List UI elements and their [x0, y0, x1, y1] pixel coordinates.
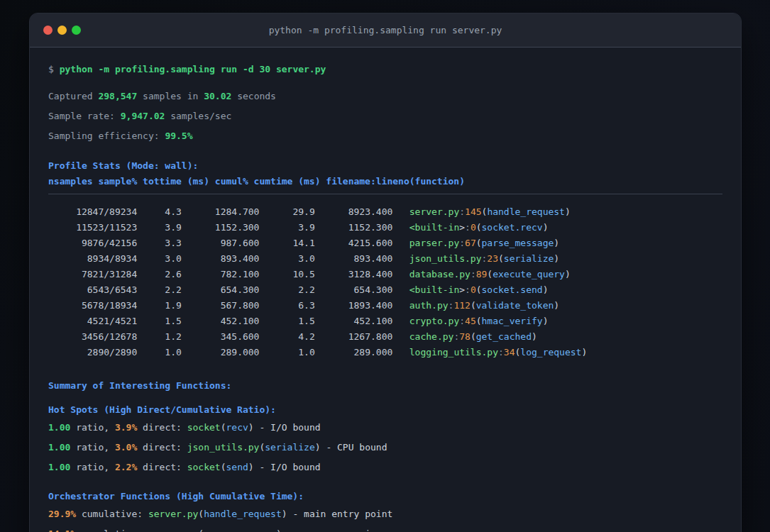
orchestrator-item: 14.1% cumulative: parser.py(parse_messag…: [48, 528, 722, 532]
profile-row: 4521/4521 1.5 452.100 1.5 452.100 crypto…: [48, 316, 722, 327]
function-name: socket.recv: [482, 222, 543, 233]
function-name: serialize: [504, 253, 554, 264]
function-name: parse_message: [482, 238, 554, 248]
function-name: parse_message: [204, 528, 276, 532]
cell-nsamples: 11523/11523: [48, 222, 137, 233]
close-button[interactable]: [43, 26, 53, 35]
ratio-value: 1.00: [48, 442, 70, 453]
efficiency-line: Sampling efficiency: 99.5%: [48, 131, 722, 142]
function-name: execute_query: [493, 269, 565, 279]
cell-tottime: 1152.300: [182, 222, 260, 233]
role-note: - main entry point: [287, 509, 393, 519]
function-name: validate_token: [476, 300, 554, 311]
cell-sample-pct: 1.0: [137, 347, 182, 358]
hot-spot-item: 1.00 ratio, 3.0% direct: json_utils.py(s…: [48, 442, 722, 453]
command-line: $ python -m profiling.sampling run -d 30…: [48, 64, 722, 75]
cell-cumul-pct: 29.9: [259, 206, 314, 217]
terminal-content[interactable]: $ python -m profiling.sampling run -d 30…: [30, 48, 741, 532]
filename: parser.py: [409, 238, 459, 248]
filename: server.py: [409, 206, 459, 217]
cell-nsamples: 9876/42156: [48, 238, 137, 248]
cell-cumtime: 1893.400: [315, 300, 393, 311]
cell-nsamples: 8934/8934: [48, 253, 137, 264]
function-name: send: [226, 462, 248, 472]
profile-row: 3456/12678 1.2 345.600 4.2 1267.800 cach…: [48, 331, 722, 343]
function-name: get_cached: [476, 331, 532, 342]
window-title: python -m profiling.sampling run server.…: [269, 25, 502, 35]
cell-tottime: 345.600: [182, 331, 260, 342]
cell-sample-pct: 3.3: [137, 238, 182, 248]
orchestrator-item: 29.9% cumulative: server.py(handle_reque…: [48, 509, 722, 520]
filename: crypto.py: [409, 316, 459, 326]
line-number: 145: [465, 206, 481, 217]
direct-pct: 2.2%: [115, 462, 137, 472]
maximize-button[interactable]: [72, 26, 81, 35]
cell-cumul-pct: 3.9: [259, 222, 314, 233]
cell-sample-pct: 2.6: [137, 269, 182, 279]
function-name: handle_request: [487, 206, 565, 217]
cell-tottime: 289.000: [182, 347, 260, 358]
function-name: handle_request: [204, 509, 282, 519]
cell-cumtime: 3128.400: [315, 269, 393, 279]
direct-pct: 3.9%: [115, 422, 137, 433]
line-number: 67: [465, 238, 476, 248]
cell-nsamples: 12847/89234: [48, 206, 137, 217]
filename: <built-in: [409, 284, 459, 295]
hot-spots-heading: Hot Spots (High Direct/Cumulative Ratio)…: [48, 404, 722, 416]
cumulative-pct: 29.9%: [48, 509, 76, 519]
function-name: hmac_verify: [482, 316, 543, 326]
cell-sample-pct: 3.0: [137, 253, 182, 264]
cell-cumul-pct: 6.3: [259, 300, 314, 311]
profile-row: 8934/8934 3.0 893.400 3.0 893.400 json_u…: [48, 253, 722, 265]
cell-cumul-pct: 1.0: [259, 347, 314, 358]
profile-row: 12847/89234 4.3 1284.700 29.9 8923.400 s…: [48, 206, 722, 218]
cumulative-pct: 14.1%: [48, 528, 76, 532]
cell-nsamples: 5678/18934: [48, 300, 137, 311]
cell-cumtime: 1152.300: [315, 222, 393, 233]
cell-tottime: 782.100: [182, 269, 260, 279]
captured-line: Captured 298,547 samples in 30.02 second…: [48, 91, 722, 102]
profile-column-headers: nsamples sample% tottime (ms) cumul% cum…: [48, 176, 722, 187]
line-number: 78: [459, 331, 471, 342]
minimize-button[interactable]: [57, 26, 67, 35]
cell-cumtime: 1267.800: [315, 331, 393, 342]
filename: <built-in: [409, 222, 459, 233]
line-number: 0: [471, 222, 476, 233]
bound-note: - I/O bound: [254, 462, 321, 472]
cell-cumtime: 289.000: [315, 347, 393, 358]
cell-sample-pct: 2.2: [137, 284, 182, 295]
bound-note: - CPU bound: [321, 442, 387, 453]
line-number: 89: [476, 269, 488, 279]
bound-note: - I/O bound: [254, 422, 321, 433]
direct-pct: 3.0%: [115, 442, 137, 453]
sample-rate-line: Sample rate: 9,947.02 samples/sec: [48, 111, 722, 122]
cell-cumul-pct: 2.2: [259, 284, 314, 295]
function-name: socket.send: [482, 284, 543, 295]
cell-cumtime: 654.300: [315, 284, 393, 295]
cell-sample-pct: 1.2: [137, 331, 182, 342]
profile-rows: 12847/89234 4.3 1284.700 29.9 8923.400 s…: [48, 206, 722, 358]
cell-tottime: 567.800: [182, 300, 260, 311]
cell-cumtime: 8923.400: [315, 206, 393, 217]
cell-tottime: 1284.700: [182, 206, 260, 217]
line-number: 0: [471, 284, 476, 295]
profile-row: 2890/2890 1.0 289.000 1.0 289.000 loggin…: [48, 347, 722, 358]
hot-spots-list: 1.00 ratio, 3.9% direct: socket(recv) - …: [48, 422, 722, 473]
target-name: parser.py: [148, 528, 198, 532]
cell-nsamples: 3456/12678: [48, 331, 137, 342]
terminal-titlebar[interactable]: python -m profiling.sampling run server.…: [30, 13, 741, 48]
cell-tottime: 452.100: [182, 316, 260, 326]
cell-sample-pct: 4.3: [137, 206, 182, 217]
cell-sample-pct: 3.9: [137, 222, 182, 233]
filename: database.py: [409, 269, 471, 279]
cell-cumtime: 893.400: [315, 253, 393, 264]
function-name: serialize: [265, 442, 314, 453]
samples-count: 298,547: [98, 91, 137, 101]
duration-value: 30.02: [204, 91, 231, 101]
orchestrator-list: 29.9% cumulative: server.py(handle_reque…: [48, 509, 722, 532]
cell-cumul-pct: 14.1: [259, 238, 314, 248]
cell-nsamples: 4521/4521: [48, 316, 137, 326]
cell-cumtime: 452.100: [315, 316, 393, 326]
profile-row: 6543/6543 2.2 654.300 2.2 654.300 <built…: [48, 284, 722, 296]
window-controls: [43, 13, 81, 47]
